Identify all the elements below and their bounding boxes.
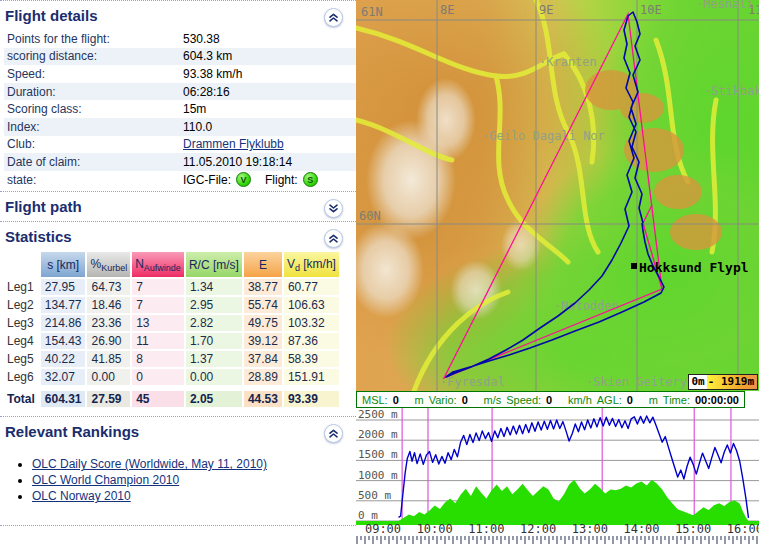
stats-cell: 604.31: [41, 391, 86, 407]
statusbar-label: Time:: [663, 394, 690, 406]
flight-details-section: Flight details Points for the flight:530…: [0, 0, 356, 191]
detail-row: Points for the flight:530.38: [4, 30, 356, 48]
stats-cell: 2.82: [186, 315, 242, 331]
detail-label: Date of claim:: [7, 155, 183, 169]
double-chevron-up-icon: [328, 428, 339, 439]
stats-column-header: s [km]: [41, 252, 86, 277]
baro-x-tick-label: 09:00: [365, 522, 401, 536]
map-coordinate-label: 8E: [440, 3, 454, 17]
statistics-title: Statistics: [4, 223, 356, 248]
map-view[interactable]: 61N8E9E10E1160N·Mesnali·Kranten·Geilo Da…: [356, 0, 759, 391]
detail-row: Speed:93.38 km/h: [4, 65, 356, 83]
baro-x-tick-label: 13:00: [572, 522, 608, 536]
stats-cell: 87.36: [284, 333, 339, 349]
elevation-scale-legend: 0m - 1919m: [688, 374, 758, 390]
map-coordinate-label: 10E: [640, 3, 662, 17]
stats-cell: 60.77: [284, 279, 339, 295]
statusbar-field: mVario:0: [415, 394, 468, 406]
flight-path-title: Flight path: [4, 193, 356, 218]
statusbar-value: 0: [393, 394, 399, 406]
double-chevron-up-icon: [328, 233, 339, 244]
detail-label: state:: [7, 173, 183, 187]
baro-y-tick-label: 1000 m: [358, 469, 398, 482]
stats-cell: 1.34: [186, 279, 242, 295]
stats-cell: 23.36: [87, 315, 130, 331]
stats-cell: 26.90: [87, 333, 130, 349]
stats-cell: 1.70: [186, 333, 242, 349]
statusbar-value: 0: [462, 394, 468, 406]
stats-cell: 27.59: [87, 391, 130, 407]
scale-max-label: - 1919m: [707, 375, 757, 389]
right-panel: 61N8E9E10E1160N·Mesnali·Kranten·Geilo Da…: [356, 0, 759, 544]
stats-cell: 7: [132, 297, 184, 313]
stats-row-label: Leg1: [5, 279, 39, 295]
stats-column-header: R/C [m/s]: [186, 252, 242, 277]
flight-details-collapse-button[interactable]: [324, 8, 343, 27]
stats-cell: 106.63: [284, 297, 339, 313]
baro-x-tick-label: 12:00: [520, 522, 556, 536]
stats-cell: 37.84: [244, 351, 282, 367]
flight-details-rows: Points for the flight:530.38scoring dist…: [4, 30, 356, 188]
stats-cell: 39.12: [244, 333, 282, 349]
statusbar-value: 0: [627, 394, 633, 406]
airfield-marker: [631, 263, 637, 269]
barogram-chart[interactable]: 0 m500 m1000 m1500 m2000 m2500 m09:0010:…: [356, 408, 759, 544]
detail-value: 11.05.2010 19:18:14: [183, 155, 292, 169]
olc-flight-info-page: Flight details Points for the flight:530…: [0, 0, 759, 544]
map-coordinate-label: 9E: [539, 3, 553, 17]
left-panel: Flight details Points for the flight:530…: [0, 0, 356, 544]
statusbar-field: m/sSpeed:0: [483, 394, 552, 406]
detail-value: 530.38: [183, 32, 220, 46]
statusbar-field: MSL:0: [362, 394, 399, 406]
ranking-link[interactable]: OLC Daily Score (Worldwide, May 11, 2010…: [32, 457, 267, 471]
stats-row-label: Leg5: [5, 351, 39, 367]
statusbar-label: m: [415, 394, 424, 406]
detail-label: Index:: [7, 120, 183, 134]
baro-y-tick-label: 1500 m: [358, 448, 398, 461]
rankings-section: Relevant Rankings OLC Daily Score (World…: [0, 416, 356, 526]
club-link[interactable]: Drammen Flyklubb: [183, 137, 284, 151]
baro-y-tick-label: 500 m: [358, 489, 391, 502]
detail-row: Duration:06:28:16: [4, 83, 356, 101]
statusbar-value: 00:00:00: [695, 394, 739, 406]
stats-cell: 11: [132, 333, 184, 349]
stats-cell: 38.77: [244, 279, 282, 295]
stats-cell: 44.53: [244, 391, 282, 407]
stats-cell: 18.46: [87, 297, 130, 313]
ranking-link[interactable]: OLC World Champion 2010: [32, 473, 179, 487]
statusbar-field: mTime:00:00:00: [649, 394, 739, 406]
ranking-list-item: OLC Daily Score (Worldwide, May 11, 2010…: [32, 457, 356, 471]
stats-cell: 2.05: [186, 391, 242, 407]
stats-cell: 0.00: [87, 369, 130, 385]
flight-replay-statusbar: MSL:0mVario:0m/sSpeed:0km/hAGL:0mTime:00…: [356, 391, 745, 408]
double-chevron-down-icon: [328, 203, 339, 214]
baro-y-tick-label: 2000 m: [358, 428, 398, 441]
statistics-section: Statistics s [km]%KurbelNAufwindeR/C [m/…: [0, 221, 356, 416]
map-coordinate-label: 61N: [361, 5, 383, 19]
airfield-label: Hokksund Flypl: [639, 260, 749, 275]
map-place-label: ·Geilo Dagali Nor: [482, 129, 605, 143]
rankings-title: Relevant Rankings: [4, 418, 356, 443]
baro-x-tick-label: 11:00: [468, 522, 504, 536]
statusbar-label: Vario:: [429, 394, 457, 406]
stats-column-header: Vd [km/h]: [284, 252, 339, 277]
flight-path-section: Flight path: [0, 191, 356, 221]
stats-cell: 28.89: [244, 369, 282, 385]
ranking-link[interactable]: OLC Norway 2010: [32, 489, 131, 503]
stats-spacer: [5, 387, 339, 389]
map-coordinate-label: 60N: [359, 209, 381, 223]
stats-cell: 0: [132, 369, 184, 385]
statusbar-label: MSL:: [362, 394, 388, 406]
stats-cell: 55.74: [244, 297, 282, 313]
detail-row: Scoring class:15m: [4, 100, 356, 118]
detail-label: Scoring class:: [7, 102, 183, 116]
stats-cell: 58.39: [284, 351, 339, 367]
baro-y-tick-label: 2500 m: [358, 408, 398, 421]
igc-file-state-label: IGC-File:: [183, 173, 231, 187]
stats-cell: 13: [132, 315, 184, 331]
stats-cell: 41.85: [87, 351, 130, 367]
detail-value: 15m: [183, 102, 206, 116]
statusbar-label: m: [649, 394, 658, 406]
stats-row-label: Leg6: [5, 369, 39, 385]
baro-x-tick-label: 10:00: [417, 522, 453, 536]
